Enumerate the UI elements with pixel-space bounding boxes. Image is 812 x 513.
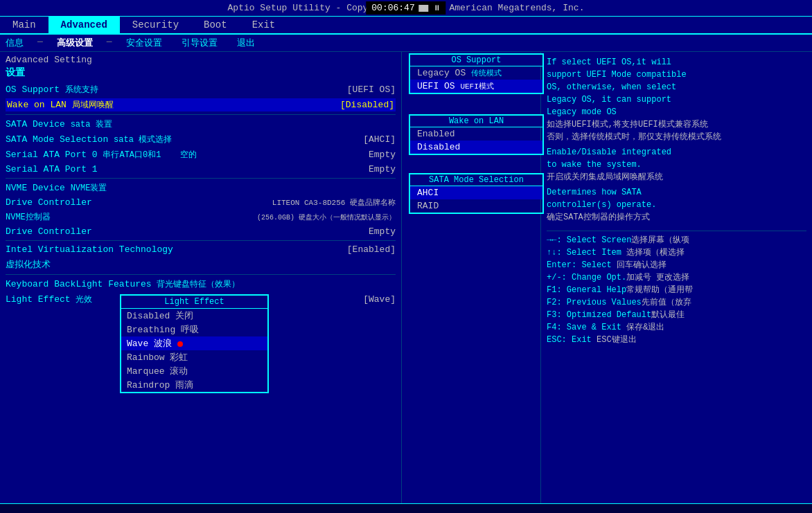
os-option-legacy[interactable]: Legacy OS 传统模式 <box>410 66 542 80</box>
subtitle-security[interactable]: 安全设置 <box>126 37 162 49</box>
menu-item-exit[interactable]: Exit <box>240 17 288 33</box>
value-wake-lan: [Disabled] <box>311 100 394 110</box>
os-dropdown-title: OS Support <box>410 55 542 66</box>
middle-panel: OS Support Legacy OS 传统模式 UEFI OS UEFI模式… <box>402 52 540 510</box>
timer-widget: 00:06:47 ⏸ <box>366 1 445 15</box>
sata-mode-dropdown[interactable]: SATA Mode Selection AHCI RAID <box>409 173 544 214</box>
os-option-uefi[interactable]: UEFI OS UEFI模式 <box>410 80 542 93</box>
light-option-breathing[interactable]: Breathing 呼吸 <box>121 323 267 336</box>
menu-item-boot[interactable]: Boot <box>191 17 240 33</box>
wake-option-enabled[interactable]: Enabled <box>410 127 542 141</box>
sata-option-ahci[interactable]: AHCI <box>410 186 542 199</box>
label-sata-mode: SATA Mode Selection sata 模式选择 <box>6 134 172 145</box>
stop-icon <box>419 5 429 12</box>
value-drive-controller-2: Empty <box>312 226 396 237</box>
selected-indicator <box>177 341 183 347</box>
label-drive-controller-2: Drive Controller <box>6 226 92 237</box>
label-virt-cn: 虚拟化技术 <box>6 258 51 271</box>
separator-3 <box>6 240 396 241</box>
row-nvme-controller: NVME控制器 (256.0GB) 硬盘大小（一般情况默认显示） <box>6 210 396 224</box>
wake-option-disabled[interactable]: Disabled <box>410 141 542 154</box>
wake-dropdown-title: Wake on LAN <box>410 116 542 127</box>
help-text-uefi: If select UEFI OS,it will support UEFI M… <box>547 56 806 143</box>
value-drive-controller: LITEON CA3-8D256 硬盘品牌名称 <box>272 197 396 208</box>
label-backlight: Keyboard BackLight Features 背光键盘特征（效果） <box>6 278 240 290</box>
row-os-support: OS Support 系统支持 [UEFI OS] <box>6 83 396 96</box>
subtitle-advanced[interactable]: 高级设置 <box>57 37 93 49</box>
row-virt[interactable]: Intel Virtualization Technology [Enabled… <box>6 244 396 255</box>
separator-4 <box>6 274 396 275</box>
row-drive-controller: Drive Controller LITEON CA3-8D256 硬盘品牌名称 <box>6 197 396 208</box>
menu-item-advanced[interactable]: Advanced <box>48 17 120 33</box>
row-virt-cn: 虚拟化技术 <box>6 258 396 271</box>
menu-item-security[interactable]: Security <box>120 17 191 33</box>
subtitle-info[interactable]: 信息 <box>6 37 24 49</box>
menu-bar: Main Advanced Security Boot Exit <box>0 17 812 35</box>
os-support-dropdown[interactable]: OS Support Legacy OS 传统模式 UEFI OS UEFI模式 <box>409 53 544 94</box>
value-nvme-controller: (256.0GB) 硬盘大小（一般情况默认显示） <box>257 213 396 222</box>
help-text-wake: Enable/Disable integrated to wake the sy… <box>547 146 806 183</box>
value-light-effect: [Wave] <box>312 294 396 305</box>
subtitle-boot[interactable]: 引导设置 <box>182 37 218 49</box>
sata-dropdown-title: SATA Mode Selection <box>410 174 542 186</box>
sata-option-raid[interactable]: RAID <box>410 199 542 213</box>
subtitle-bar: 信息 ─ 高级设置 ─ 安全设置 引导设置 退出 <box>0 35 812 52</box>
light-effect-dropdown-title: Light Effect <box>121 296 267 309</box>
pause-icon: ⏸ <box>433 3 441 12</box>
main-content: Advanced Setting 设置 OS Support 系统支持 [UEF… <box>0 52 812 510</box>
row-backlight: Keyboard BackLight Features 背光键盘特征（效果） <box>6 278 396 291</box>
label-sata-port1: Serial ATA Port 1 <box>6 164 98 174</box>
separator-2 <box>6 178 396 179</box>
row-sata-port1: Serial ATA Port 1 Empty <box>6 163 396 175</box>
label-light-effect: Light Effect 光效 <box>6 294 92 305</box>
separator-1 <box>6 114 396 115</box>
right-panel: If select UEFI OS,it will support UEFI M… <box>540 52 812 510</box>
value-sata-mode: [AHCI] <box>312 134 396 145</box>
help-text-sata: Determines how SATA controller(s) operat… <box>547 186 806 224</box>
label-wake-lan: Wake on LAN 局域网唤醒 <box>7 99 114 111</box>
section-header-en: Advanced Setting <box>6 55 396 65</box>
light-option-rainbow[interactable]: Rainbow 彩虹 <box>121 350 267 364</box>
wake-lan-dropdown[interactable]: Wake on LAN Enabled Disabled <box>409 114 544 155</box>
left-panel: Advanced Setting 设置 OS Support 系统支持 [UEF… <box>0 52 402 510</box>
label-drive-controller: Drive Controller <box>6 197 92 208</box>
label-sata-port0: Serial ATA Port 0 串行ATA口0和1 空的 <box>6 149 197 161</box>
key-hints: →←: Select Screen选择屏幕（纵项 ↑↓: Select Item… <box>547 231 806 346</box>
row-sata-port0: Serial ATA Port 0 串行ATA口0和1 空的 Empty <box>6 148 396 161</box>
label-virt: Intel Virtualization Technology <box>6 244 173 255</box>
light-effect-dropdown[interactable]: Light Effect Disabled 关闭 Breathing 呼吸 Wa… <box>120 294 269 393</box>
row-sata-mode[interactable]: SATA Mode Selection sata 模式选择 [AHCI] <box>6 133 396 146</box>
light-option-raindrop[interactable]: Raindrop 雨滴 <box>121 378 267 392</box>
row-nvme-device: NVME Device NVME装置 <box>6 181 396 195</box>
value-os-support: [UEFI OS] <box>312 84 396 95</box>
value-sata-port1: Empty <box>312 164 396 174</box>
label-nvme-controller: NVME控制器 <box>6 211 51 223</box>
value-sata-port0: Empty <box>312 150 396 160</box>
label-os-support: OS Support 系统支持 <box>6 84 98 96</box>
label-nvme-device: NVME Device NVME装置 <box>6 182 107 194</box>
row-drive-controller-2: Drive Controller Empty <box>6 226 396 237</box>
menu-item-main[interactable]: Main <box>0 17 48 33</box>
row-sata-device: SATA Device sata 装置 <box>6 118 396 131</box>
timer-value: 00:06:47 <box>371 3 414 13</box>
subtitle-exit[interactable]: 退出 <box>237 37 255 49</box>
row-wake-lan[interactable]: Wake on LAN 局域网唤醒 [Disabled] <box>6 98 396 111</box>
section-header-cn: 设置 <box>6 66 396 79</box>
bottom-border <box>0 503 812 513</box>
value-virt: [Enabled] <box>312 244 396 255</box>
label-sata-device: SATA Device sata 装置 <box>6 118 112 130</box>
title-bar: Aptio Setup Utility - Copyright (C) 2018… <box>0 0 812 17</box>
light-option-wave[interactable]: Wave 波浪 <box>121 336 267 350</box>
light-option-disabled[interactable]: Disabled 关闭 <box>121 309 267 323</box>
light-option-marquee[interactable]: Marquee 滚动 <box>121 364 267 378</box>
